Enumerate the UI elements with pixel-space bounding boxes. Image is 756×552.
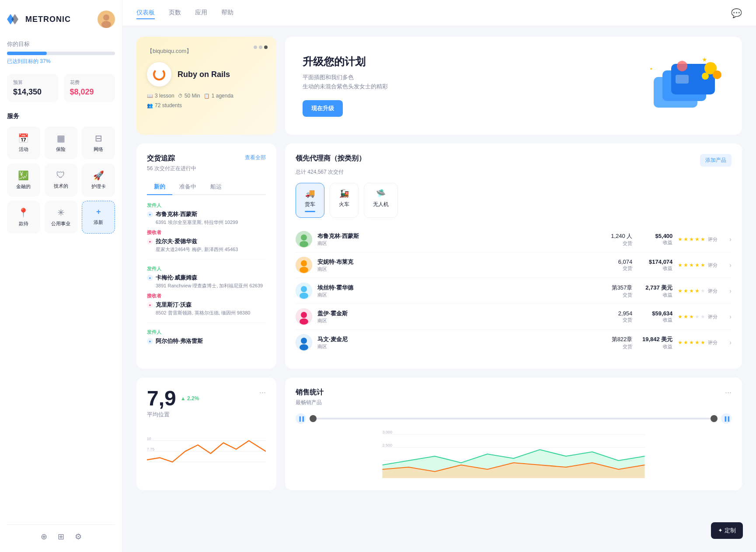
svg-point-25 bbox=[301, 338, 307, 344]
progress-bar-fill bbox=[7, 52, 47, 55]
rating-label-4: 评分 bbox=[708, 314, 718, 320]
range-track[interactable] bbox=[310, 418, 718, 419]
cat-tab-train[interactable]: 🚂 火车 bbox=[330, 183, 359, 218]
star-4-1: ★ bbox=[678, 314, 683, 320]
category-tabs: 🚚 货车 🚂 火车 🛸 无人机 bbox=[296, 183, 732, 218]
stats-more-icon[interactable]: ··· bbox=[259, 388, 266, 397]
play-button-right[interactable]: ▐▐ bbox=[721, 413, 732, 424]
notification-icon[interactable]: 💬 bbox=[731, 8, 742, 18]
agent-transactions-1: 1,240 人 bbox=[602, 232, 632, 240]
agent-row-3: 埃丝特·霍华德 南区 第357章 交货 2,737 美元 收益 ★ ★ ★ bbox=[296, 278, 732, 304]
upgrade-text: 升级您的计划 平面插图和我们多色 生动的未混合紫色头发女士的精彩 现在升级 bbox=[303, 55, 641, 117]
service-item-activity[interactable]: 📅 活动 bbox=[7, 126, 40, 159]
agent-row-4: 盖伊·霍金斯 南区 2,954 交货 $59,634 收益 ★ ★ ★ bbox=[296, 304, 732, 330]
agent-region-3: 南区 bbox=[317, 292, 596, 298]
star-3-4: ★ bbox=[695, 288, 700, 294]
file-icon[interactable]: ⊞ bbox=[58, 532, 64, 542]
service-item-add[interactable]: + 添新 bbox=[82, 201, 115, 234]
nav-link-dashboard[interactable]: 仪表板 bbox=[136, 7, 155, 19]
range-thumb-right[interactable] bbox=[711, 415, 718, 422]
service-item-nursing[interactable]: 🚀 护理卡 bbox=[82, 164, 115, 196]
agent-arrow-2[interactable]: › bbox=[729, 262, 732, 269]
course-title: Ruby on Rails bbox=[178, 70, 230, 79]
agent-trans-label-2: 交货 bbox=[602, 265, 632, 272]
service-item-reception[interactable]: 📍 款待 bbox=[7, 201, 40, 234]
rating-label-2: 评分 bbox=[708, 262, 718, 269]
nursing-icon: 🚀 bbox=[93, 170, 104, 181]
agent-arrow-5[interactable]: › bbox=[729, 339, 732, 346]
train-icon: 🚂 bbox=[339, 189, 349, 198]
sidebar: METRONIC 你的目标 已达到目标的 37% 预算 $14,350 花费 $… bbox=[0, 0, 122, 552]
star-1-1: ★ bbox=[678, 236, 683, 242]
sender-icon-1: ● bbox=[147, 211, 153, 217]
service-item-network[interactable]: ⊟ 网络 bbox=[82, 126, 115, 159]
sales-title: 销售统计 bbox=[296, 388, 324, 397]
agent-avatar-2 bbox=[296, 257, 312, 273]
tracking-view-all[interactable]: 查看全部 bbox=[245, 154, 266, 161]
agent-rev-label-4: 收益 bbox=[638, 317, 672, 323]
customize-button[interactable]: ✦ 定制 bbox=[711, 522, 743, 539]
agent-arrow-1[interactable]: › bbox=[729, 236, 732, 243]
svg-point-7 bbox=[702, 73, 709, 80]
tab-shipping[interactable]: 船运 bbox=[203, 179, 229, 195]
receiver-name-row-2: ● 克里斯汀·沃森 bbox=[147, 301, 266, 309]
nav-links: 仪表板 页数 应用 帮助 bbox=[136, 7, 233, 19]
service-label-finance: 金融的 bbox=[16, 183, 31, 190]
range-thumb-left[interactable] bbox=[310, 415, 317, 422]
sales-more-icon[interactable]: ··· bbox=[725, 388, 732, 397]
agents-title: 领先代理商（按类别） bbox=[296, 154, 366, 163]
agent-rating-4: ★ ★ ★ ★ ★ 评分 bbox=[678, 314, 721, 320]
tracking-title: 交货追踪 bbox=[147, 154, 175, 163]
sales-subtitle: 最畅销产品 bbox=[296, 399, 732, 406]
service-label-public: 公用事业 bbox=[51, 220, 70, 227]
avg-position-header: 7,9 ▲ 2.2% 平均位置 bbox=[147, 388, 199, 426]
star-4-2: ★ bbox=[683, 314, 688, 320]
service-item-tech[interactable]: 🛡 技术的 bbox=[45, 164, 78, 196]
settings-icon[interactable]: ⚙ bbox=[75, 532, 82, 542]
nav-link-pages[interactable]: 页数 bbox=[169, 7, 181, 19]
agent-money-2: $174,074 收益 bbox=[638, 259, 672, 272]
add-product-button[interactable]: 添加产品 bbox=[700, 154, 732, 167]
upgrade-illustration: ★ ✦ bbox=[641, 51, 728, 121]
agent-arrow-4[interactable]: › bbox=[729, 313, 732, 320]
agent-arrow-3[interactable]: › bbox=[729, 287, 732, 294]
avg-position-label: 平均位置 bbox=[147, 411, 199, 419]
agent-name-4: 盖伊·霍金斯 bbox=[317, 310, 596, 318]
nav-link-apps[interactable]: 应用 bbox=[195, 7, 207, 19]
cat-tab-drone[interactable]: 🛸 无人机 bbox=[364, 183, 398, 218]
course-card-dots bbox=[254, 45, 268, 49]
tracking-card: 交货追踪 查看全部 56 次交付正在进行中 新的 准备中 船运 发件人 ● 布鲁… bbox=[136, 143, 276, 369]
agent-rev-label-2: 收益 bbox=[638, 265, 672, 272]
receiver-name-row-1: ● 拉尔夫·爱德华兹 bbox=[147, 238, 266, 245]
svg-point-14 bbox=[300, 241, 308, 247]
service-item-finance[interactable]: 💹 金融的 bbox=[7, 164, 40, 196]
play-button-left[interactable]: ▐▐ bbox=[296, 413, 306, 424]
tab-new[interactable]: 新的 bbox=[147, 179, 172, 195]
star-2-4: ★ bbox=[695, 262, 700, 268]
position-chart-svg: 10 7.75 bbox=[147, 427, 266, 471]
nav-link-help[interactable]: 帮助 bbox=[221, 7, 233, 19]
agent-avatar-1 bbox=[296, 231, 312, 248]
course-url: 【biqubiqu.com】 bbox=[147, 47, 192, 55]
service-item-public[interactable]: ✳ 公用事业 bbox=[45, 201, 78, 234]
avatar[interactable] bbox=[98, 10, 115, 28]
svg-rect-8 bbox=[676, 75, 689, 84]
tab-preparing[interactable]: 准备中 bbox=[172, 179, 203, 195]
agent-row-1: 布鲁克林·西蒙斯 南区 1,240 人 交货 $5,400 收益 ★ ★ ★ bbox=[296, 227, 732, 252]
cat-label-train: 火车 bbox=[339, 201, 349, 208]
agent-transactions-4: 2,954 bbox=[602, 310, 632, 317]
upgrade-button[interactable]: 现在升级 bbox=[303, 100, 343, 117]
row-2: 交货追踪 查看全部 56 次交付正在进行中 新的 准备中 船运 发件人 ● 布鲁… bbox=[136, 143, 742, 369]
service-label-activity: 活动 bbox=[19, 146, 28, 153]
svg-point-20 bbox=[300, 293, 308, 299]
layers-icon[interactable]: ⊕ bbox=[41, 532, 47, 542]
add-icon: + bbox=[96, 207, 101, 217]
rating-label-3: 评分 bbox=[708, 288, 718, 294]
cat-label-truck: 货车 bbox=[305, 201, 315, 208]
service-item-insurance[interactable]: ▦ 保险 bbox=[45, 126, 78, 159]
agent-name-5: 马文·麦金尼 bbox=[317, 335, 596, 343]
cat-tab-truck[interactable]: 🚚 货车 bbox=[296, 183, 324, 218]
sender-name-1: 布鲁克林·西蒙斯 bbox=[156, 210, 197, 218]
agent-money-1: $5,400 收益 bbox=[638, 233, 672, 246]
sales-header: 销售统计 ··· bbox=[296, 388, 732, 397]
